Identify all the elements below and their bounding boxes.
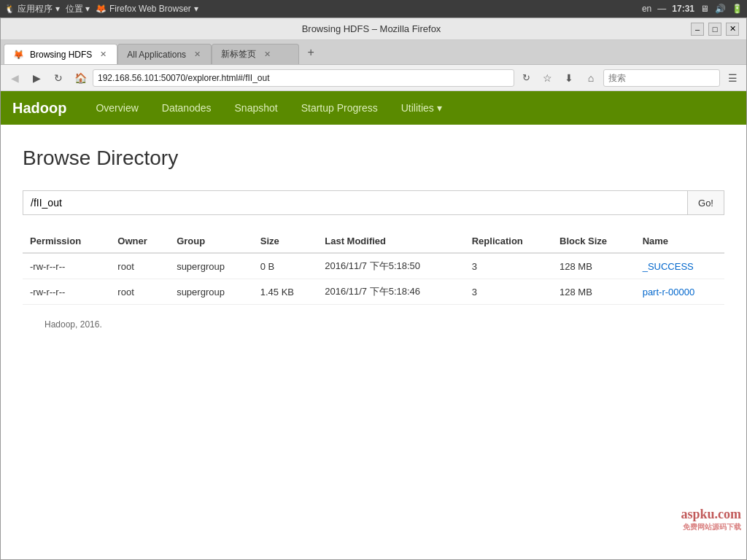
col-size: Size (253, 230, 318, 253)
tab-browsing-hdfs[interactable]: 🦊 Browsing HDFS ✕ (4, 44, 117, 64)
url-refresh-icon[interactable]: ↻ (517, 69, 535, 87)
cell-replication: 3 (465, 279, 552, 305)
cell-size: 1.45 KB (253, 279, 318, 305)
home-nav-icon[interactable]: ⌂ (581, 69, 600, 88)
reload-button[interactable]: ↻ (49, 69, 68, 88)
nav-datanodes[interactable]: Datanodes (150, 91, 223, 125)
window-title: Browsing HDFS – Mozilla Firefox (52, 23, 691, 34)
tab-favicon: 🦊 (13, 50, 24, 60)
directory-table: Permission Owner Group Size Last Modifie… (23, 230, 724, 305)
screen-icon: 🖥 (700, 4, 709, 14)
menu-icon[interactable]: ☰ (723, 69, 742, 88)
col-replication: Replication (465, 230, 552, 253)
path-input[interactable] (23, 190, 688, 215)
file-link[interactable]: part-r-00000 (643, 287, 695, 298)
cell-size: 0 B (253, 253, 318, 279)
tab-bar: 🦊 Browsing HDFS ✕ All Applications ✕ 新标签… (1, 40, 746, 65)
cell-group: supergroup (169, 279, 253, 305)
nav-startup-progress[interactable]: Startup Progress (290, 91, 390, 125)
cell-permission: -rw-r--r-- (23, 279, 110, 305)
new-tab-button[interactable]: + (302, 44, 320, 61)
file-link[interactable]: _SUCCESS (643, 261, 694, 272)
bookmark-icon[interactable]: ☆ (538, 69, 557, 88)
forward-button[interactable]: ▶ (27, 69, 46, 88)
nav-overview[interactable]: Overview (84, 91, 150, 125)
col-group: Group (169, 230, 253, 253)
browser-window: Browsing HDFS – Mozilla Firefox – □ ✕ 🦊 … (0, 18, 747, 560)
nav-snapshot[interactable]: Snapshot (223, 91, 290, 125)
cell-name: part-r-00000 (635, 279, 724, 305)
table-header-row: Permission Owner Group Size Last Modifie… (23, 230, 724, 253)
cell-block-size: 128 MB (552, 253, 635, 279)
tab-close-all-applications[interactable]: ✕ (192, 50, 202, 60)
download-icon[interactable]: ⬇ (560, 69, 578, 88)
nav-utilities[interactable]: Utilities ▾ (390, 91, 454, 125)
cell-name: _SUCCESS (635, 253, 724, 279)
hadoop-brand: Hadoop (12, 100, 66, 117)
table-row: -rw-r--r-- root supergroup 0 B 2016/11/7… (23, 253, 724, 279)
cell-group: supergroup (169, 253, 253, 279)
os-topbar-left: 🐧 应用程序 ▾ 位置 ▾ 🦊 Firefox Web Browser ▾ (4, 3, 198, 15)
cell-last-modified: 2016/11/7 下午5:18:50 (317, 253, 464, 279)
page-footer: Hadoop, 2016. (23, 305, 724, 344)
title-bar: Browsing HDFS – Mozilla Firefox – □ ✕ (1, 18, 746, 40)
col-permission: Permission (23, 230, 110, 253)
os-topbar: 🐧 应用程序 ▾ 位置 ▾ 🦊 Firefox Web Browser ▾ en… (0, 0, 747, 18)
battery-icon: 🔋 (732, 4, 743, 14)
url-bar[interactable] (93, 69, 514, 87)
table-row: -rw-r--r-- root supergroup 1.45 KB 2016/… (23, 279, 724, 305)
col-block-size: Block Size (552, 230, 635, 253)
cell-owner: root (110, 253, 169, 279)
cell-block-size: 128 MB (552, 279, 635, 305)
tab-close-new-tab[interactable]: ✕ (262, 50, 272, 60)
utilities-dropdown-icon: ▾ (437, 102, 442, 114)
app-menu[interactable]: 🐧 应用程序 ▾ (4, 3, 60, 15)
window-controls: – □ ✕ (691, 23, 739, 36)
col-last-modified: Last Modified (317, 230, 464, 253)
maximize-button[interactable]: □ (708, 23, 721, 36)
cell-permission: -rw-r--r-- (23, 253, 110, 279)
back-button[interactable]: ◀ (5, 69, 24, 88)
main-content: Browse Directory Go! Permission Owner Gr… (1, 125, 746, 559)
go-button[interactable]: Go! (688, 190, 724, 215)
close-button[interactable]: ✕ (726, 23, 739, 36)
col-owner: Owner (110, 230, 169, 253)
cell-owner: root (110, 279, 169, 305)
minimize-button[interactable]: – (691, 23, 704, 36)
firefox-menu[interactable]: 🦊 Firefox Web Browser ▾ (96, 4, 198, 14)
app-icon: 🐧 (4, 4, 15, 14)
page-title: Browse Directory (23, 147, 724, 170)
navigation-bar: ◀ ▶ ↻ 🏠 ↻ ☆ ⬇ ⌂ ☰ (1, 65, 746, 91)
os-topbar-right: en — 17:31 🖥 🔊 🔋 (642, 4, 743, 14)
cell-last-modified: 2016/11/7 下午5:18:46 (317, 279, 464, 305)
tab-close-browsing-hdfs[interactable]: ✕ (98, 50, 108, 60)
places-menu[interactable]: 位置 ▾ (66, 3, 90, 15)
search-input[interactable] (603, 69, 720, 87)
tab-new-tab[interactable]: 新标签页 ✕ (212, 44, 299, 64)
firefox-icon: 🦊 (96, 4, 107, 14)
cell-replication: 3 (465, 253, 552, 279)
col-name: Name (635, 230, 724, 253)
home-button[interactable]: 🏠 (71, 69, 90, 88)
tab-all-applications[interactable]: All Applications ✕ (117, 44, 212, 64)
volume-icon: 🔊 (715, 4, 726, 14)
path-form: Go! (23, 190, 724, 215)
hadoop-navbar: Hadoop Overview Datanodes Snapshot Start… (1, 91, 746, 125)
